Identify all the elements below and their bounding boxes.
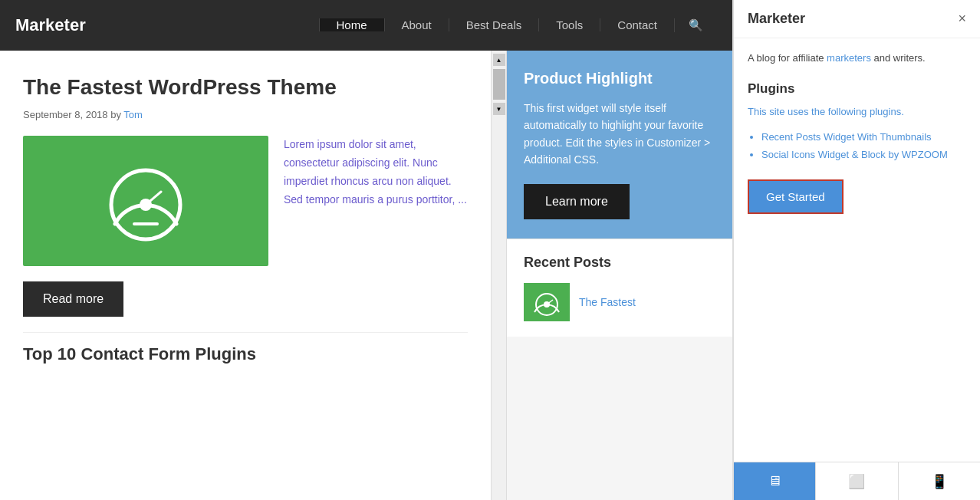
svg-line-2 xyxy=(146,192,161,205)
read-more-button[interactable]: Read more xyxy=(23,281,123,317)
scrollbar[interactable]: ▲ ▼ xyxy=(491,51,506,500)
recent-post-item: The Fastest xyxy=(524,283,715,321)
recent-posts-widget: Recent Posts The Fastest xyxy=(507,238,732,337)
desktop-icon: 🖥 xyxy=(768,473,781,489)
site-header: Marketer Home About Best Deals Tools Con… xyxy=(0,0,732,51)
site-logo: Marketer xyxy=(15,15,86,35)
panel-subtitle: A blog for affiliate marketers and write… xyxy=(748,51,966,66)
recent-post-thumbnail xyxy=(524,283,570,321)
nav-item-home[interactable]: Home xyxy=(319,18,384,31)
nav-item-about[interactable]: About xyxy=(384,18,449,31)
right-panel: Marketer × A blog for affiliate marketer… xyxy=(732,0,980,500)
main-content: The Fastest WordPress Theme September 8,… xyxy=(0,51,491,500)
post-article-1: The Fastest WordPress Theme September 8,… xyxy=(23,74,468,332)
tablet-view-button[interactable]: ⬜ xyxy=(816,462,898,500)
get-started-button[interactable]: Get Started xyxy=(748,179,844,214)
search-icon: 🔍 xyxy=(689,18,703,32)
panel-plugins-desc: This site uses the following plugins. xyxy=(748,104,966,120)
panel-footer: 🖥 ⬜ 📱 xyxy=(734,462,980,500)
learn-more-button[interactable]: Learn more xyxy=(524,184,630,219)
mobile-icon: 📱 xyxy=(931,473,948,490)
product-highlight-title: Product Highlight xyxy=(524,70,715,87)
nav-item-search[interactable]: 🔍 xyxy=(674,18,717,32)
desktop-view-button[interactable]: 🖥 xyxy=(734,462,816,500)
scrollbar-thumb[interactable] xyxy=(493,69,505,100)
post-body: Lorem ipsum dolor sit amet, consectetur … xyxy=(23,136,468,266)
post-meta: September 8, 2018 by Tom xyxy=(23,109,468,120)
post-teaser-2: Top 10 Contact Form Plugins xyxy=(23,332,468,364)
nav-item-tools[interactable]: Tools xyxy=(538,18,600,31)
plugin-item-1: Recent Posts Widget With Thumbnails xyxy=(761,128,966,146)
post-teaser-title: Top 10 Contact Form Plugins xyxy=(23,344,468,364)
speedometer-icon xyxy=(100,155,192,247)
panel-plugins-title: Plugins xyxy=(748,81,966,97)
product-highlight-widget: Product Highlight This first widget will… xyxy=(507,51,732,238)
post-excerpt: Lorem ipsum dolor sit amet, consectetur … xyxy=(284,136,468,266)
nav-item-best-deals[interactable]: Best Deals xyxy=(449,18,539,31)
author-link[interactable]: Tom xyxy=(123,109,143,120)
post-title: The Fastest WordPress Theme xyxy=(23,74,468,101)
panel-body: A blog for affiliate marketers and write… xyxy=(734,38,980,462)
recent-post-thumb-icon xyxy=(524,283,570,321)
recent-post-link[interactable]: The Fastest xyxy=(579,296,636,308)
post-featured-image xyxy=(23,136,268,266)
panel-subtitle-link[interactable]: marketers xyxy=(827,52,871,64)
panel-close-button[interactable]: × xyxy=(958,11,966,27)
nav-item-contact[interactable]: Contact xyxy=(600,18,674,31)
mobile-view-button[interactable]: 📱 xyxy=(899,462,980,500)
panel-header: Marketer × xyxy=(734,0,980,38)
recent-posts-title: Recent Posts xyxy=(524,255,715,271)
widget-area: Product Highlight This first widget will… xyxy=(506,51,732,500)
main-nav: Home About Best Deals Tools Contact 🔍 xyxy=(319,18,718,32)
panel-title: Marketer xyxy=(748,11,805,27)
product-highlight-text: This first widget will style itself auto… xyxy=(524,100,715,169)
plugin-item-2: Social Icons Widget & Block by WPZOOM xyxy=(761,146,966,163)
panel-plugin-list: Recent Posts Widget With Thumbnails Soci… xyxy=(748,128,966,164)
tablet-icon: ⬜ xyxy=(848,473,865,490)
scrollbar-up[interactable]: ▲ xyxy=(493,54,505,66)
scrollbar-down[interactable]: ▼ xyxy=(493,103,505,115)
